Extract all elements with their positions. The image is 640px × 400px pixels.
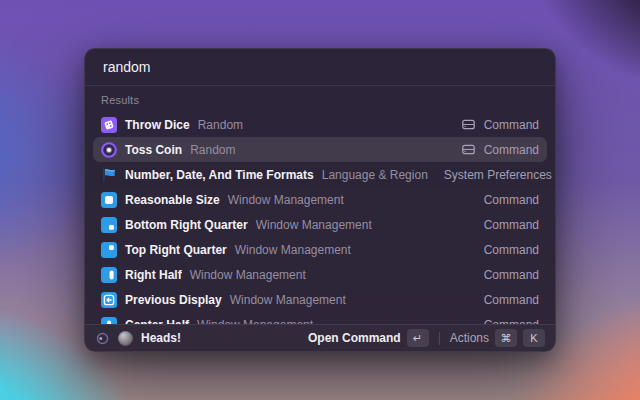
result-type: System Preferences — [444, 168, 552, 182]
command-key-icon: ⌘ — [495, 329, 517, 347]
result-type: Command — [484, 143, 539, 157]
result-title: Right Half — [125, 268, 182, 282]
result-subtitle: Window Management — [230, 293, 346, 307]
result-subtitle: Window Management — [190, 268, 306, 282]
previous-display-icon — [101, 292, 117, 308]
result-subtitle: Window Management — [235, 243, 351, 257]
list-item[interactable]: Toss CoinRandomCommand — [93, 137, 547, 162]
list-item[interactable]: Previous DisplayWindow ManagementCommand — [93, 287, 547, 312]
result-type: Command — [484, 268, 539, 282]
result-subtitle: Language & Region — [322, 168, 428, 182]
top-right-quarter-icon — [101, 242, 117, 258]
result-subtitle: Window Management — [228, 193, 344, 207]
list-item[interactable]: Number, Date, And Time FormatsLanguage &… — [93, 162, 547, 187]
flag-icon — [101, 167, 117, 183]
result-type: Command — [484, 243, 539, 257]
list-item[interactable]: Throw DiceRandomCommand — [93, 112, 547, 137]
result-title: Number, Date, And Time Formats — [125, 168, 314, 182]
center-half-icon — [101, 317, 117, 325]
footer-divider — [439, 332, 440, 345]
result-title: Throw Dice — [125, 118, 190, 132]
list-item[interactable]: Right HalfWindow ManagementCommand — [93, 262, 547, 287]
search-bar — [85, 49, 555, 86]
result-type: Command — [484, 293, 539, 307]
dice-icon — [101, 117, 117, 133]
footer-bar: Heads! Open Command ↵ Actions ⌘ K — [85, 324, 555, 351]
actions-label: Actions — [450, 331, 489, 345]
list-item[interactable]: Reasonable SizeWindow ManagementCommand — [93, 187, 547, 212]
reasonable-size-icon — [101, 192, 117, 208]
spinner-circle-icon — [95, 331, 110, 346]
command-type-icon — [461, 117, 476, 132]
result-type: Command — [484, 193, 539, 207]
result-subtitle: Random — [198, 118, 243, 132]
result-title: Top Right Quarter — [125, 243, 227, 257]
toss-result-text: Heads! — [141, 331, 181, 345]
bottom-right-quarter-icon — [101, 217, 117, 233]
result-type: Command — [484, 218, 539, 232]
open-command-button[interactable]: Open Command ↵ — [308, 329, 429, 347]
results-list: Throw DiceRandomCommandToss CoinRandomCo… — [85, 110, 555, 324]
coin-3d-icon — [118, 331, 133, 346]
result-title: Bottom Right Quarter — [125, 218, 248, 232]
return-key-icon: ↵ — [407, 329, 429, 347]
result-title: Previous Display — [125, 293, 222, 307]
right-half-icon — [101, 267, 117, 283]
list-item[interactable]: Top Right QuarterWindow ManagementComman… — [93, 237, 547, 262]
result-title: Reasonable Size — [125, 193, 220, 207]
result-title: Toss Coin — [125, 143, 182, 157]
command-type-icon — [461, 142, 476, 157]
open-command-label: Open Command — [308, 331, 401, 345]
result-type: Command — [484, 118, 539, 132]
launcher-window: Results Throw DiceRandomCommandToss Coin… — [84, 48, 556, 352]
actions-button[interactable]: Actions ⌘ K — [450, 329, 545, 347]
list-item[interactable]: Bottom Right QuarterWindow ManagementCom… — [93, 212, 547, 237]
k-key-icon: K — [523, 329, 545, 347]
list-item[interactable]: Center HalfWindow ManagementCommand — [93, 312, 547, 324]
coin-icon — [101, 142, 117, 158]
result-subtitle: Window Management — [256, 218, 372, 232]
search-input[interactable] — [101, 58, 539, 76]
results-section-label: Results — [85, 86, 555, 110]
result-subtitle: Random — [190, 143, 235, 157]
